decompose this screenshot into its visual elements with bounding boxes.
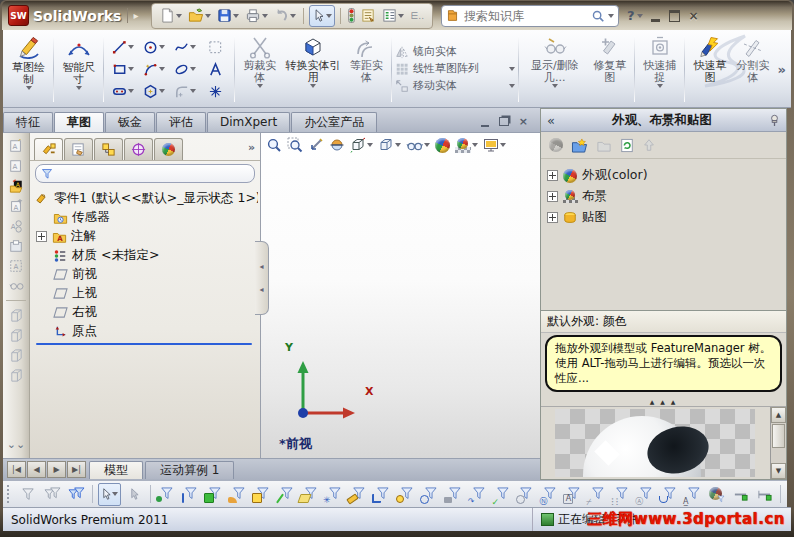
edit-appearance-button[interactable] — [435, 138, 450, 153]
expand-icon[interactable] — [547, 170, 558, 181]
filter-edges-button[interactable] — [179, 484, 200, 505]
filter-planes-button[interactable] — [299, 484, 320, 505]
dropdown-arrow[interactable] — [190, 89, 196, 93]
zoom-to-area-button[interactable] — [287, 137, 303, 153]
filter-connection-points-button[interactable] — [730, 484, 751, 505]
move-entities-button[interactable]: 移动实体 — [395, 79, 515, 93]
tree-filter-input[interactable] — [57, 166, 249, 181]
dropdown-arrow[interactable] — [159, 45, 165, 49]
hatch-area-icon[interactable]: A — [7, 257, 25, 274]
close-button[interactable]: × — [689, 10, 699, 22]
first-tab-button[interactable]: |◀ — [7, 461, 26, 478]
minimize-button[interactable] — [651, 10, 660, 22]
undo-button[interactable] — [272, 6, 298, 26]
tab-sheet-metal[interactable]: 钣金 — [105, 112, 155, 132]
dropdown-arrow[interactable] — [367, 143, 373, 147]
polygon-tool-button[interactable] — [138, 80, 169, 102]
display-delete-relations-button[interactable]: 显示/删除几... — [522, 33, 589, 105]
pane-splitter[interactable]: ▲ ▲ ▲ — [541, 396, 786, 407]
point-tool-button[interactable] — [200, 80, 231, 102]
appearance-preview-thumbnail[interactable] — [555, 409, 755, 477]
filter-off-button[interactable] — [18, 484, 39, 505]
expand-icon[interactable] — [547, 191, 558, 202]
filter-weld-symbols-button[interactable]: ⌿ — [586, 484, 607, 505]
dropdown-arrow[interactable] — [128, 67, 134, 71]
section-view-button[interactable] — [329, 137, 345, 153]
tree-filter-box[interactable] — [35, 164, 255, 183]
filter-axes-button[interactable] — [275, 484, 296, 505]
dropdown-arrow[interactable] — [257, 84, 263, 88]
dropdown-arrow[interactable] — [424, 143, 430, 147]
filter-faces-button[interactable] — [203, 484, 224, 505]
linear-sketch-pattern-button[interactable]: 线性草图阵列 — [395, 62, 515, 76]
last-tab-button[interactable]: ▶| — [67, 461, 86, 478]
motion-study-tab[interactable]: 运动算例 1 — [145, 461, 234, 479]
tab-dimxpert[interactable]: DimXpert — [207, 112, 290, 132]
filter-solid-bodies-button[interactable] — [251, 484, 272, 505]
filter-dowel-symbols-button[interactable]: A̲ — [682, 484, 703, 505]
tree-item-material[interactable]: 材质 <未指定> — [34, 246, 258, 265]
tree-item-decals[interactable]: 贴图 — [545, 207, 782, 228]
filter-coordinate-systems-button[interactable] — [706, 484, 727, 505]
pushpin-icon[interactable] — [769, 114, 780, 127]
sketch-text-button[interactable] — [200, 58, 231, 80]
tree-root-item[interactable]: 零件1 (默认<<默认>_显示状态 1>) — [34, 189, 258, 208]
dropdown-arrow[interactable] — [637, 14, 643, 18]
arc-tool-button[interactable] — [138, 58, 169, 80]
filter-sketch-segments-button[interactable] — [371, 484, 392, 505]
sketch-fillet-button[interactable] — [169, 80, 200, 102]
tree-item-top-plane[interactable]: 上视 — [34, 284, 258, 303]
collapse-pane-arrow[interactable]: « — [547, 113, 555, 128]
menu-expand-arrow[interactable]: ▸ — [127, 8, 143, 23]
maximize-button[interactable] — [669, 10, 680, 22]
fm-tabs-overflow-chevron[interactable]: » — [245, 141, 258, 154]
dropdown-arrow[interactable] — [509, 84, 515, 88]
split-entities-button[interactable]: 分割实体 — [731, 33, 774, 105]
previous-view-button[interactable] — [308, 137, 324, 153]
print-button[interactable] — [243, 6, 270, 26]
line-tool-button[interactable] — [107, 36, 138, 58]
view-settings-button[interactable] — [483, 137, 506, 153]
rapid-sketch-button[interactable]: 快速草图 — [688, 33, 731, 105]
dropdown-arrow[interactable] — [128, 89, 134, 93]
filter-blocks-button[interactable]: Ⓐ — [634, 484, 655, 505]
model-tab[interactable]: 模型 — [89, 461, 143, 479]
trim-entities-button[interactable]: 剪裁实体 — [238, 33, 281, 105]
dropdown-arrow[interactable] — [398, 14, 404, 18]
graphics-viewport[interactable]: Y X *前视 — [261, 133, 540, 459]
view-orientation-button[interactable] — [350, 137, 373, 153]
expand-icon[interactable] — [36, 231, 47, 242]
filter-points-button[interactable]: ✳ — [323, 484, 344, 505]
mirror-entities-button[interactable]: 镜向实体 — [395, 45, 515, 59]
view-cube-icon-2[interactable] — [7, 327, 25, 344]
zoom-fit-button[interactable] — [266, 137, 282, 153]
dropdown-arrow[interactable] — [608, 14, 614, 18]
dropdown-arrow[interactable] — [310, 84, 316, 88]
view-cube-icon-3[interactable] — [7, 347, 25, 364]
offset-entities-button[interactable]: 等距实体 — [345, 33, 388, 105]
new-folder-icon[interactable] — [596, 138, 612, 152]
sketch-button[interactable]: 草图绘制 — [7, 33, 50, 105]
tab-office-products[interactable]: 办公室产品 — [291, 112, 377, 132]
tree-item-origin[interactable]: 原点 — [34, 322, 258, 341]
repair-sketch-button[interactable]: 修复草图 — [588, 33, 631, 105]
view-cube-icon-4[interactable] — [7, 367, 25, 384]
note-add-icon[interactable]: A — [7, 197, 25, 214]
view-cube-icon-1[interactable] — [7, 307, 25, 324]
dimxpertmanager-tab[interactable] — [124, 138, 153, 160]
tree-item-right-plane[interactable]: 右视 — [34, 303, 258, 322]
dropdown-arrow[interactable] — [290, 14, 296, 18]
search-input[interactable] — [462, 8, 588, 24]
dropdown-arrow[interactable] — [472, 143, 478, 147]
doc-restore-button[interactable] — [499, 117, 509, 126]
dropdown-arrow[interactable] — [233, 14, 239, 18]
select-button[interactable] — [98, 483, 121, 506]
note-edit-icon[interactable]: A — [7, 157, 25, 174]
apply-scene-button[interactable] — [455, 138, 478, 153]
open-library-folder-icon[interactable] — [571, 138, 588, 153]
balloon-icon[interactable]: A — [7, 217, 25, 234]
expand-icon[interactable] — [547, 212, 558, 223]
open-document-button[interactable] — [186, 6, 213, 26]
overflow-tools-button[interactable]: ⋿.. — [408, 6, 426, 26]
toggle-filters-button[interactable] — [66, 484, 87, 505]
